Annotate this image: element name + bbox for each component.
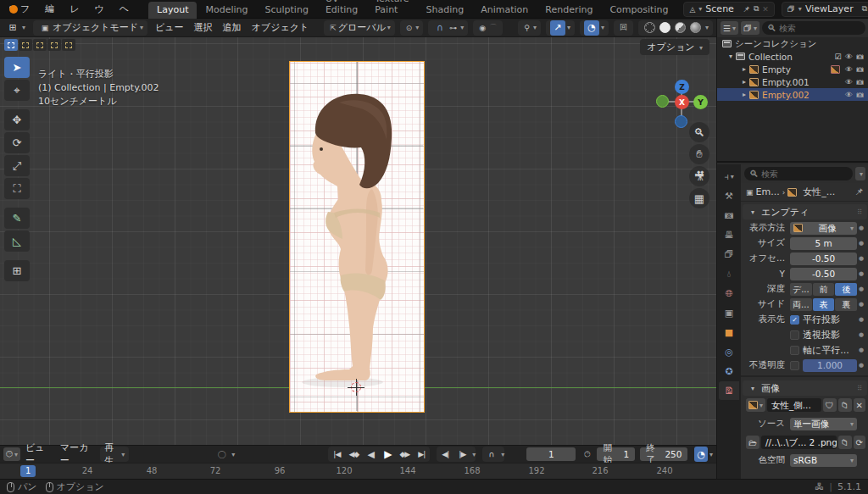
workspace-tab-uv-editing[interactable]: UV Editing — [317, 0, 366, 19]
chevron-right-icon[interactable]: ▸ — [739, 78, 749, 86]
offset-y-field[interactable]: -0.50 — [790, 268, 857, 280]
3d-viewport[interactable]: オプション ▾ ライト・平行投影 (1) Collection | Empty.… — [0, 37, 716, 445]
axis-aligned-checkbox[interactable] — [790, 346, 799, 355]
prev-frame-button[interactable]: ◀| — [437, 447, 453, 462]
image-browse-dropdown[interactable]: ▾ — [746, 398, 765, 412]
image-name-field[interactable]: 女性_側... — [767, 398, 821, 412]
workspace-tab-compositing[interactable]: Compositing — [601, 2, 676, 19]
axis-z-negative-handle[interactable] — [675, 115, 687, 128]
side-back-button[interactable]: 裏 — [835, 298, 857, 311]
scene-selector[interactable]: ◬ ▾ Scene 📌︎ ⧉ ✕ — [683, 2, 774, 17]
chevron-right-icon[interactable]: ▸ — [739, 91, 749, 98]
timeline-menu-playback[interactable]: 再生▾ — [100, 447, 129, 462]
animate-dot[interactable]: ● — [857, 270, 865, 277]
depth-default-button[interactable]: デ... — [790, 283, 812, 296]
chevron-down-icon[interactable]: ▾ — [709, 451, 713, 458]
camera-icon[interactable]: 📷︎ — [854, 53, 865, 61]
pan-hand-button[interactable]: ✋︎ — [689, 144, 709, 164]
outliner-search[interactable]: 🔍︎ — [762, 21, 865, 35]
animate-dot[interactable]: ● — [857, 331, 865, 338]
side-front-button[interactable]: 表 — [813, 298, 835, 311]
outliner-search-input[interactable] — [779, 24, 838, 33]
axis-y-negative-handle[interactable] — [656, 95, 669, 108]
axis-z-handle[interactable]: Z — [675, 80, 689, 94]
shading-solid-icon[interactable] — [658, 20, 673, 36]
outliner-display-mode-dropdown[interactable]: ☰▾ — [721, 21, 738, 35]
perspective-toggle-button[interactable]: ▦ — [689, 188, 709, 208]
breadcrumb-data[interactable]: 女性_... — [803, 186, 835, 198]
shading-wireframe-icon[interactable] — [643, 20, 658, 36]
chevron-right-icon[interactable]: ▸ — [739, 65, 749, 73]
tab-world[interactable]: 🌐︎ — [719, 284, 739, 303]
transform-tool[interactable]: ⛶ — [4, 178, 30, 199]
perspective-checkbox[interactable] — [790, 330, 799, 340]
tab-scene[interactable]: 💧︎ — [719, 264, 739, 283]
menu-window[interactable]: ウィンドウ — [87, 0, 112, 19]
workspace-tab-texture-paint[interactable]: Texture Paint — [366, 0, 417, 19]
opacity-checkbox[interactable] — [790, 361, 799, 370]
overlays-toggle[interactable]: ◔▾ — [580, 20, 609, 36]
rotate-tool[interactable]: ⟳ — [4, 132, 30, 153]
tab-object[interactable]: ■ — [719, 323, 739, 341]
measure-tool[interactable]: ◺ — [4, 230, 30, 252]
sync-icon[interactable]: ◔ — [694, 447, 708, 462]
open-folder-icon[interactable]: 📁︎ — [838, 398, 852, 412]
axis-y-handle[interactable]: Y — [693, 95, 708, 109]
tab-render[interactable]: 📷︎ — [719, 206, 739, 225]
image-empty-object[interactable] — [289, 61, 425, 413]
animate-dot[interactable]: ● — [857, 362, 865, 369]
collection-checkbox[interactable]: ☑ — [832, 53, 843, 61]
add-cube-tool[interactable]: ⊞ — [4, 260, 30, 281]
filepath-field[interactable]: //..\..\ブ... 2 .png — [761, 436, 837, 449]
editor-type-dropdown[interactable]: ⊞▾ — [0, 19, 31, 36]
pin-icon[interactable]: 📌︎ — [854, 186, 864, 197]
transform-orientation-dropdown[interactable]: ⇱ グローバル ▾ — [324, 20, 395, 36]
timeline-ruler[interactable]: 1 24 48 72 96 120 144 168 192 216 240 — [0, 463, 716, 479]
collection-row[interactable]: ▾ Collection ☑ 👁︎ 📷︎ — [717, 50, 868, 63]
pin-icon[interactable]: 📌︎ — [741, 5, 752, 14]
camera-icon[interactable]: 📷︎ — [854, 65, 865, 74]
eye-icon[interactable]: 👁︎ — [843, 53, 854, 61]
timeline-menu-view[interactable]: ビュー — [20, 446, 55, 463]
size-field[interactable]: 5 m — [790, 237, 857, 250]
menu-add[interactable]: 追加 — [218, 19, 247, 36]
shading-rendered-icon[interactable] — [688, 20, 704, 36]
playhead-badge[interactable]: 1 — [20, 465, 36, 477]
display-as-dropdown[interactable]: 画像 ▾ — [790, 222, 857, 235]
play-reverse-button[interactable]: ◀ — [362, 447, 379, 462]
keying-set-dropdown[interactable]: ▾ — [231, 451, 235, 458]
tab-object-data[interactable]: 🖻 — [719, 381, 739, 400]
camera-view-button[interactable]: 🎥︎ — [689, 166, 709, 186]
tab-tool[interactable]: ⚒ — [719, 186, 739, 205]
empty-002-row[interactable]: ▸ Empty.002 👁︎ 📷︎ — [717, 88, 868, 101]
workspace-tab-rendering[interactable]: Rendering — [537, 2, 601, 19]
panel-image-header[interactable]: ▾ 画像 ⠿ — [743, 380, 867, 396]
unlink-x-icon[interactable]: ✕ — [854, 398, 865, 412]
menu-object[interactable]: オブジェクト — [247, 19, 314, 36]
options-dropdown[interactable]: オプション ▾ — [640, 39, 709, 55]
colorspace-dropdown[interactable]: sRGB▾ — [790, 454, 857, 467]
cursor-tool[interactable]: ⌖ — [4, 80, 30, 101]
breadcrumb-object[interactable]: Em... — [756, 186, 780, 197]
xray-toggle[interactable]: 回 — [614, 20, 633, 36]
fake-user-shield-icon[interactable]: 🛡︎ — [823, 398, 837, 412]
animate-dot[interactable]: ● — [857, 347, 865, 353]
prev-keyframe-button[interactable]: ◀◆ — [345, 447, 362, 462]
next-keyframe-button[interactable]: ◆▶ — [396, 447, 413, 462]
shading-material-icon[interactable] — [673, 20, 688, 36]
timeline-editor-dropdown[interactable]: 🕒︎▾ — [3, 447, 20, 461]
snap-controls[interactable]: ∩ ⊶▾ — [428, 20, 468, 36]
tab-view-layer[interactable]: 🗇 — [719, 245, 739, 264]
select-mode-new[interactable] — [4, 39, 18, 51]
copy-icon[interactable]: ⧉ — [752, 4, 760, 14]
zoom-button[interactable]: 🔍︎ — [689, 122, 709, 142]
chevron-down-icon[interactable]: ▾ — [472, 451, 476, 458]
animate-dot[interactable]: ● — [857, 240, 865, 247]
select-mode-subtract[interactable] — [33, 39, 47, 51]
animate-dot[interactable]: ● — [857, 255, 865, 262]
workspace-tab-shading[interactable]: Shading — [417, 2, 472, 19]
copy-icon[interactable]: ⧉ — [860, 4, 868, 14]
reload-icon[interactable]: ⟳ — [854, 436, 865, 449]
move-tool[interactable]: ✥ — [4, 109, 30, 130]
scene-collection-row[interactable]: シーンコレクション — [717, 37, 868, 50]
